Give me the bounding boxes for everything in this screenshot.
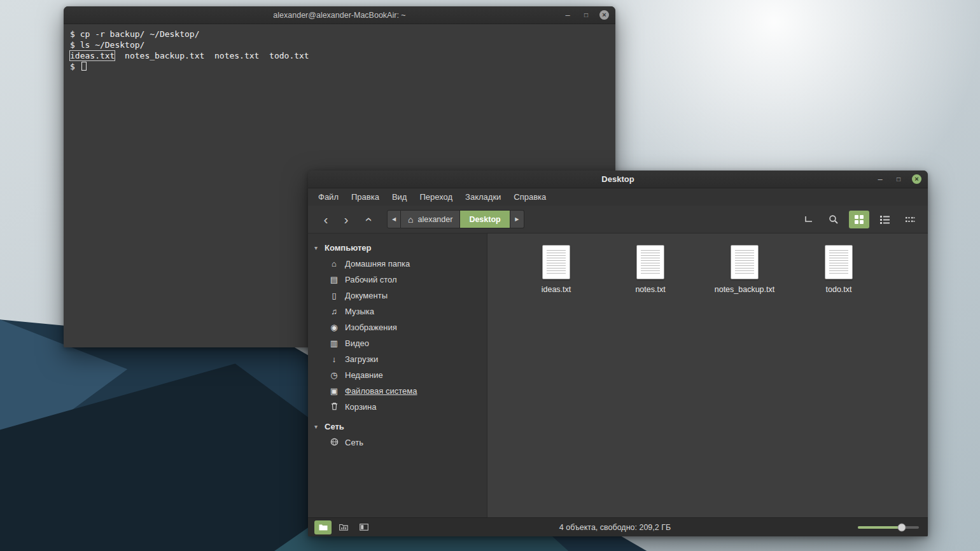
folder-icon — [319, 524, 328, 531]
zoom-slider-handle[interactable] — [898, 523, 906, 531]
breadcrumb-home-button[interactable]: ⌂ alexander — [401, 210, 460, 228]
sidebar-item-music[interactable]: ♫ Музыка — [308, 303, 487, 319]
compact-view-button[interactable] — [900, 211, 920, 228]
back-button[interactable]: ‹ — [316, 210, 336, 229]
list-view-icon — [879, 215, 890, 224]
sidebar-item-pictures[interactable]: ◉ Изображения — [308, 319, 487, 335]
terminal-cursor — [81, 62, 87, 71]
toolbar: ‹ › › ◀ ⌂ alexander Desktop ▶ — [308, 206, 928, 234]
status-bar: 4 объекта, свободно: 209,2 ГБ — [308, 517, 928, 536]
toggle-extra-pane-button[interactable] — [355, 520, 372, 534]
list-view-button[interactable] — [874, 211, 895, 228]
maximize-icon[interactable]: □ — [893, 174, 904, 185]
search-button[interactable] — [823, 211, 844, 228]
forward-button[interactable]: › — [336, 210, 356, 229]
film-icon: ▥ — [328, 339, 340, 347]
home-icon: ⌂ — [328, 260, 340, 268]
sidebar-item-documents[interactable]: ▯ Документы — [308, 288, 487, 303]
expander-icon[interactable]: ▾ — [314, 244, 325, 251]
location-entry-icon — [804, 215, 813, 223]
sidebar-item-videos[interactable]: ▥ Видео — [308, 335, 487, 351]
terminal-command-line: $ ls ~/Desktop/ — [70, 39, 609, 50]
zoom-slider[interactable] — [858, 523, 919, 532]
disk-icon: ▣ — [328, 387, 340, 395]
file-item-ideas[interactable]: ideas.txt — [515, 245, 597, 294]
text-file-icon — [731, 245, 759, 279]
file-manager-window: Desktop – □ × Файл Правка Вид Переход За… — [308, 171, 928, 536]
search-icon — [829, 214, 839, 225]
menu-file[interactable]: Файл — [312, 190, 345, 204]
file-item-todo[interactable]: todo.txt — [798, 245, 879, 294]
breadcrumb-scroll-left-button[interactable]: ◀ — [387, 210, 401, 228]
breadcrumb-home-label: alexander — [417, 215, 452, 224]
menu-view[interactable]: Вид — [386, 190, 414, 204]
menu-bar: Файл Правка Вид Переход Закладки Справка — [308, 188, 928, 206]
menu-edit[interactable]: Правка — [345, 190, 386, 204]
sidebar-item-home[interactable]: ⌂ Домашняя папка — [308, 256, 487, 272]
status-text: 4 объекта, свободно: 209,2 ГБ — [372, 523, 858, 532]
close-icon[interactable]: × — [912, 174, 921, 184]
breadcrumb: ◀ ⌂ alexander Desktop ▶ — [387, 210, 524, 228]
minimize-icon[interactable]: – — [563, 10, 573, 20]
text-file-icon — [542, 245, 570, 279]
ls-output-rest: notes_backup.txt notes.txt todo.txt — [115, 51, 309, 60]
icon-view-button[interactable] — [849, 211, 869, 228]
maximize-icon[interactable]: □ — [581, 10, 591, 20]
toggle-places-sidebar-button[interactable] — [314, 520, 332, 534]
grid-view-icon — [855, 215, 864, 224]
desktop-wallpaper: alexander@alexander-MacBookAir: ~ – □ × … — [0, 0, 980, 551]
file-view-area[interactable]: ideas.txt notes.txt notes_backup.txt tod… — [487, 234, 928, 517]
file-icon-grid: ideas.txt notes.txt notes_backup.txt tod… — [487, 234, 928, 294]
file-item-notes[interactable]: notes.txt — [610, 245, 691, 294]
terminal-ls-output: ideas.txt notes_backup.txt notes.txt tod… — [70, 50, 609, 61]
menu-help[interactable]: Справка — [507, 190, 552, 204]
desktop-icon: ▤ — [328, 276, 340, 284]
triangle-left-icon: ◀ — [392, 216, 396, 222]
sidebar-section-network[interactable]: ▾ Сеть — [308, 419, 487, 435]
sidebar-item-downloads[interactable]: ↓ Загрузки — [308, 351, 487, 367]
home-icon: ⌂ — [408, 214, 413, 225]
menu-bookmarks[interactable]: Закладки — [459, 190, 507, 204]
minimize-icon[interactable]: – — [875, 174, 885, 185]
menu-go[interactable]: Переход — [413, 190, 459, 204]
terminal-titlebar[interactable]: alexander@alexander-MacBookAir: ~ – □ × — [64, 6, 615, 24]
document-icon: ▯ — [328, 291, 340, 300]
terminal-prompt: $ — [70, 62, 80, 71]
breadcrumb-current-label: Desktop — [469, 215, 500, 224]
terminal-window-controls: – □ × — [563, 6, 609, 24]
sidebar-item-trash[interactable]: Корзина — [308, 399, 487, 415]
terminal-command-line: $ cp -r backup/ ~/Desktop/ — [70, 29, 609, 39]
window-title: Desktop — [601, 174, 634, 184]
sidebar-item-desktop[interactable]: ▤ Рабочий стол — [308, 272, 487, 288]
file-manager-body: ▾ Компьютер ⌂ Домашняя папка ▤ Рабочий с… — [308, 234, 928, 517]
toggle-treeview-sidebar-button[interactable] — [335, 520, 352, 534]
trash-icon — [328, 402, 340, 412]
folder-tree-icon — [339, 524, 348, 531]
chevron-up-icon: › — [359, 217, 374, 221]
sidebar-section-label: Компьютер — [325, 243, 371, 253]
expander-icon[interactable]: ▾ — [314, 423, 325, 430]
file-item-notes-backup[interactable]: notes_backup.txt — [704, 245, 785, 294]
ls-highlighted-file: ideas.txt — [70, 51, 115, 60]
clock-icon: ◷ — [328, 371, 340, 379]
sidebar-item-recent[interactable]: ◷ Недавние — [308, 367, 487, 383]
globe-icon — [328, 438, 340, 447]
sidebar-item-filesystem[interactable]: ▣ Файловая система — [308, 383, 487, 399]
chevron-right-icon: › — [344, 212, 349, 227]
file-manager-titlebar[interactable]: Desktop – □ × — [308, 171, 928, 188]
breadcrumb-scroll-right-button[interactable]: ▶ — [510, 210, 524, 228]
sidebar-section-computer[interactable]: ▾ Компьютер — [308, 240, 487, 256]
toggle-location-bar-button[interactable] — [798, 211, 818, 228]
compact-view-icon — [905, 216, 915, 223]
zoom-slider-fill — [858, 526, 902, 529]
file-manager-window-controls: – □ × — [875, 171, 921, 188]
sidebar-item-network[interactable]: Сеть — [308, 435, 487, 450]
close-icon[interactable]: × — [599, 10, 609, 20]
terminal-title: alexander@alexander-MacBookAir: ~ — [273, 11, 405, 20]
triangle-right-icon: ▶ — [515, 216, 519, 222]
breadcrumb-current-button[interactable]: Desktop — [460, 210, 510, 228]
chevron-left-icon: ‹ — [324, 212, 328, 227]
text-file-icon — [636, 245, 664, 279]
toolbar-right-group — [798, 211, 920, 228]
up-button[interactable]: › — [356, 210, 377, 229]
